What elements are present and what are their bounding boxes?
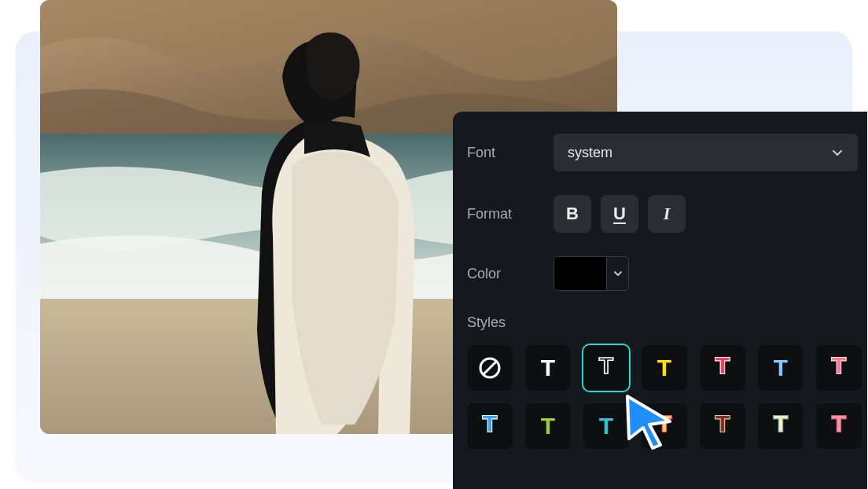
color-label: Color xyxy=(467,266,554,282)
chevron-down-icon xyxy=(613,269,623,278)
text-style-icon: T xyxy=(541,414,555,438)
styles-section: Styles T T T T T T xyxy=(467,314,867,449)
style-rose-outline[interactable]: T xyxy=(816,403,862,449)
text-style-icon: T xyxy=(476,410,504,443)
text-style-icon: T xyxy=(599,414,613,438)
font-dropdown[interactable]: system xyxy=(554,134,858,171)
text-style-panel: Font system Format B U I Color Styles xyxy=(453,112,867,489)
format-buttons: B U I xyxy=(554,195,686,233)
style-teal[interactable]: T xyxy=(583,403,629,449)
style-green[interactable]: T xyxy=(525,403,571,449)
font-value: system xyxy=(568,145,612,161)
svg-text:T: T xyxy=(715,352,730,378)
color-swatch xyxy=(554,257,606,290)
svg-text:T: T xyxy=(715,410,730,436)
svg-text:T: T xyxy=(483,410,497,436)
text-style-icon: T xyxy=(650,410,679,443)
svg-text:T: T xyxy=(832,352,846,378)
style-brown-beige-outline[interactable]: T xyxy=(700,403,745,449)
text-style-icon: T xyxy=(774,356,788,380)
style-blue-white-outline[interactable]: T xyxy=(467,403,513,449)
svg-text:T: T xyxy=(657,410,671,436)
styles-grid: T T T T T T T xyxy=(467,345,867,449)
style-red-white-outline[interactable]: T xyxy=(700,345,745,391)
format-row: Format B U I xyxy=(467,195,867,233)
style-white-outline[interactable]: T xyxy=(583,345,629,391)
format-label: Format xyxy=(467,206,554,222)
styles-label: Styles xyxy=(467,314,867,331)
italic-icon: I xyxy=(664,204,671,224)
italic-button[interactable]: I xyxy=(648,195,686,233)
underline-icon: U xyxy=(613,204,626,224)
text-style-icon: T xyxy=(825,410,853,443)
underline-button[interactable]: U xyxy=(601,195,638,233)
color-row: Color xyxy=(467,256,867,291)
style-white[interactable]: T xyxy=(525,345,571,391)
text-style-icon: T xyxy=(541,356,555,380)
text-style-icon: T xyxy=(708,352,737,384)
text-style-icon: T xyxy=(657,356,671,380)
bold-icon: B xyxy=(566,204,579,224)
font-row: Font system xyxy=(467,134,867,171)
font-label: Font xyxy=(467,145,554,161)
style-pink-yellow-outline[interactable]: T xyxy=(816,345,862,391)
svg-text:T: T xyxy=(774,410,788,436)
color-dropdown-toggle[interactable] xyxy=(606,257,628,290)
svg-text:T: T xyxy=(832,410,846,436)
style-lightblue[interactable]: T xyxy=(758,345,804,391)
text-style-icon: T xyxy=(767,410,795,443)
text-style-icon: T xyxy=(708,410,737,443)
style-cream-green-outline[interactable]: T xyxy=(758,403,804,449)
text-style-icon: T xyxy=(593,353,620,384)
svg-line-4 xyxy=(484,362,497,375)
bold-button[interactable]: B xyxy=(554,195,591,233)
style-orange-red-outline[interactable]: T xyxy=(642,403,687,449)
style-none[interactable] xyxy=(467,345,513,391)
text-style-icon: T xyxy=(825,352,853,384)
color-picker[interactable] xyxy=(554,256,629,291)
none-icon xyxy=(477,355,502,381)
svg-text:T: T xyxy=(599,353,613,378)
chevron-down-icon xyxy=(831,146,844,159)
style-yellow[interactable]: T xyxy=(642,345,687,391)
